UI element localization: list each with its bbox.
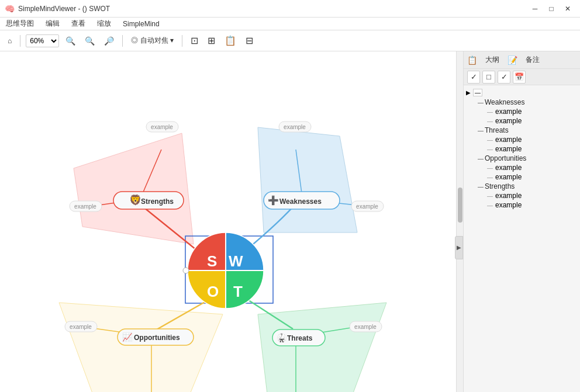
sidebar: 📋 大纲 📝 备注 ✓ □ ✓ 📅 ▶ — — — [463, 51, 580, 392]
weaknesses-example-1[interactable]: — example — [487, 107, 580, 116]
svg-text:example: example — [356, 203, 378, 210]
auto-focus-button[interactable]: ◎ 自动对焦 ▾ — [128, 33, 177, 48]
opportunities-example-2[interactable]: — example — [487, 172, 580, 182]
tab-outline[interactable]: 大纲 — [482, 54, 503, 66]
svg-text:Weaknesses: Weaknesses — [279, 197, 322, 206]
toolbar: ⌂ 60% 80% 100% 🔍 🔍 🔎 ◎ 自动对焦 ▾ ⊡ ⊞ 📋 ⊟ — [0, 30, 580, 51]
scrollbar-right[interactable] — [456, 51, 463, 392]
menu-view[interactable]: 查看 — [69, 18, 88, 30]
menu-edit[interactable]: 编辑 — [43, 18, 62, 30]
menu-mindmap[interactable]: 思维导图 — [4, 18, 36, 30]
grid-button[interactable]: ⊞ — [205, 33, 218, 48]
zoom-fit-button[interactable]: 🔎 — [101, 33, 117, 48]
sidebar-icon-buttons: ✓ □ ✓ 📅 — [464, 69, 580, 85]
root-toggle[interactable]: ▶ — [466, 89, 471, 96]
sidebar-tree: ▶ — — Weaknesses — example — example — [464, 85, 580, 392]
weaknesses-example-2[interactable]: — example — [487, 116, 580, 126]
threats-children: — example — example — [478, 135, 580, 154]
note-icon: 📝 — [508, 55, 517, 65]
tree-threats-group: — Threats — example — example — [464, 126, 580, 154]
home-button[interactable]: ⌂ — [5, 33, 15, 48]
tree-opportunities-group: — Opportunities — example — example — [464, 154, 580, 182]
svg-text:example: example — [284, 124, 306, 130]
svg-text:🦁: 🦁 — [129, 194, 142, 206]
window-title: SimpleMindViewer - () SWOT — [18, 5, 110, 13]
svg-marker-1 — [258, 127, 357, 233]
svg-text:example: example — [74, 203, 96, 210]
menu-zoom[interactable]: 缩放 — [95, 18, 113, 30]
svg-marker-2 — [59, 303, 223, 392]
svg-text:Opportunities: Opportunities — [134, 334, 180, 342]
tree-strengths-group: — Strengths — example — example — [464, 182, 580, 210]
svg-text:W: W — [229, 252, 243, 270]
frame-button[interactable]: ⊟ — [243, 33, 256, 48]
outline-icon: 📋 — [467, 55, 477, 65]
fit-screen-button[interactable]: ⊡ — [188, 33, 201, 48]
zoom-out-button[interactable]: 🔍 — [63, 33, 78, 48]
app-icon: 🧠 — [5, 4, 15, 13]
main-container: S W O T 🦁 Strengths ➕ Weaknesses 📈 Oppor… — [0, 51, 580, 392]
sep2 — [122, 35, 123, 47]
weaknesses-children: — example — example — [478, 107, 580, 126]
svg-marker-3 — [258, 303, 386, 392]
tree-strengths[interactable]: — Strengths — [478, 182, 580, 191]
maximize-button[interactable]: □ — [544, 3, 559, 15]
scroll-thumb[interactable] — [458, 188, 462, 223]
zoom-select[interactable]: 60% 80% 100% — [26, 34, 59, 47]
strengths-example-2[interactable]: — example — [487, 200, 580, 210]
svg-text:O: O — [207, 283, 219, 300]
svg-text:example: example — [354, 324, 377, 330]
check-btn-2[interactable]: □ — [482, 71, 495, 84]
threats-toggle[interactable]: — — [478, 127, 485, 134]
check-btn-3[interactable]: ✓ — [498, 71, 510, 84]
menu-simplemind[interactable]: SimpleMind — [120, 19, 162, 29]
svg-text:S: S — [207, 252, 217, 270]
opportunities-children: — example — example — [478, 163, 580, 182]
title-bar: 🧠 SimpleMindViewer - () SWOT ─ □ ✕ — [0, 0, 580, 18]
canvas-area[interactable]: S W O T 🦁 Strengths ➕ Weaknesses 📈 Oppor… — [0, 51, 463, 392]
svg-point-23 — [183, 268, 189, 273]
close-button[interactable]: ✕ — [560, 3, 575, 15]
svg-marker-0 — [74, 133, 194, 244]
note-button[interactable]: 📋 — [222, 33, 239, 48]
svg-text:➕: ➕ — [268, 195, 279, 206]
strengths-example-1[interactable]: — example — [487, 191, 580, 200]
sidebar-tabs: 📋 大纲 📝 备注 — [464, 51, 580, 69]
strengths-toggle[interactable]: — — [478, 183, 485, 190]
tab-notes[interactable]: 备注 — [522, 54, 543, 66]
opportunities-example-1[interactable]: — example — [487, 163, 580, 172]
svg-text:Strengths: Strengths — [141, 197, 174, 206]
threats-example-2[interactable]: — example — [487, 144, 580, 154]
zoom-in-button[interactable]: 🔍 — [82, 33, 98, 48]
strengths-children: — example — example — [478, 191, 580, 210]
menu-bar: 思维导图 编辑 查看 缩放 SimpleMind — [0, 18, 580, 30]
svg-text:example: example — [70, 324, 92, 330]
opportunities-toggle[interactable]: — — [478, 155, 485, 162]
threats-example-1[interactable]: — example — [487, 135, 580, 144]
calendar-btn[interactable]: 📅 — [513, 71, 526, 84]
svg-text:T: T — [233, 283, 243, 300]
sep3 — [182, 35, 182, 47]
mindmap-svg: S W O T 🦁 Strengths ➕ Weaknesses 📈 Oppor… — [0, 51, 463, 392]
svg-text:📈: 📈 — [122, 332, 133, 342]
tree-weaknesses[interactable]: — Weaknesses — [478, 98, 580, 107]
sidebar-collapse-handle[interactable]: ▶ — [455, 236, 463, 259]
tree-root-row[interactable]: ▶ — — [464, 88, 580, 98]
minimize-button[interactable]: ─ — [527, 3, 543, 15]
sep1 — [20, 35, 20, 47]
svg-text:Threats: Threats — [287, 334, 313, 342]
root-expand-btn[interactable]: — — [473, 89, 482, 96]
tree-opportunities[interactable]: — Opportunities — [478, 154, 580, 163]
tree-threats[interactable]: — Threats — [478, 126, 580, 135]
check-btn-1[interactable]: ✓ — [467, 71, 480, 84]
weaknesses-toggle[interactable]: — — [478, 99, 485, 106]
svg-text:🥋: 🥋 — [277, 333, 287, 343]
tree-weaknesses-group: — Weaknesses — example — example — [464, 98, 580, 126]
svg-text:example: example — [151, 124, 173, 130]
window-controls: ─ □ ✕ — [527, 3, 575, 15]
